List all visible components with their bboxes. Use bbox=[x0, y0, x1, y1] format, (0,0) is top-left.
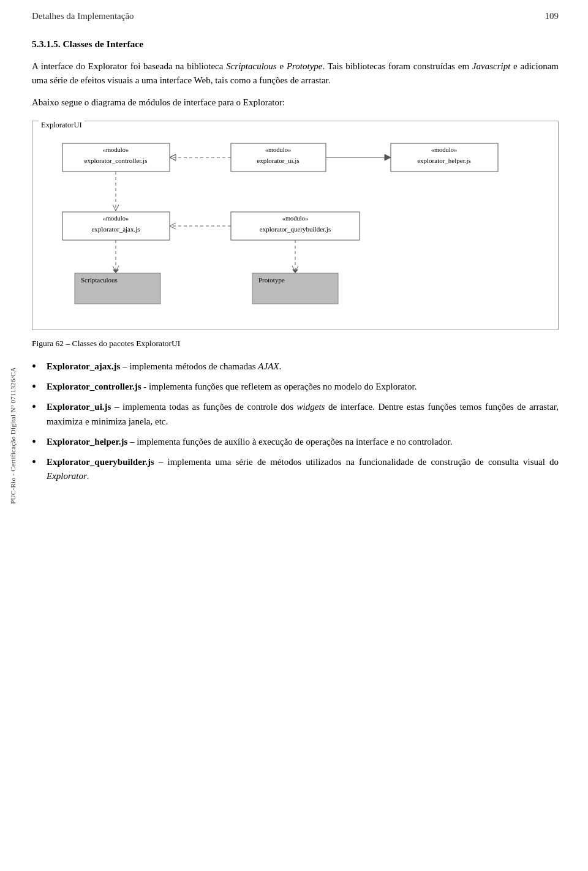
bullet-item-helper: • Explorator_helper.js – implementa funç… bbox=[32, 435, 559, 449]
widgets-ref: widgets bbox=[297, 402, 325, 412]
svg-text:«modulo»: «modulo» bbox=[431, 146, 458, 153]
explorator-ref: Explorator bbox=[47, 471, 87, 481]
page-wrapper: PUC-Rio - Certificação Digital Nº 071132… bbox=[0, 0, 588, 871]
svg-line-11 bbox=[170, 154, 176, 157]
bullet-text-4: Explorator_helper.js – implementa funçõe… bbox=[47, 435, 559, 449]
svg-text:explorator_ajax.js: explorator_ajax.js bbox=[91, 225, 140, 233]
uml-diagram-container: ExploratorUI «modulo» explorator_control… bbox=[32, 121, 559, 330]
svg-text:«modulo»: «modulo» bbox=[265, 146, 292, 153]
section-number: 5.3.1.5. bbox=[32, 39, 61, 49]
javascript-ref: Javascript bbox=[472, 61, 510, 71]
svg-line-25 bbox=[170, 223, 176, 226]
svg-text:Scriptaculous: Scriptaculous bbox=[81, 276, 118, 284]
svg-line-12 bbox=[170, 157, 176, 160]
svg-text:explorator_querybuilder.js: explorator_querybuilder.js bbox=[260, 225, 331, 233]
period-5: . bbox=[87, 471, 89, 481]
bullet-item-querybuilder: • Explorator_querybuilder.js – implement… bbox=[32, 455, 559, 484]
page-number: 109 bbox=[545, 11, 559, 21]
module-name-helper: Explorator_helper.js bbox=[47, 437, 127, 447]
bullet-item-controller: • Explorator_controller.js - implementa … bbox=[32, 380, 559, 394]
svg-text:«modulo»: «modulo» bbox=[103, 146, 129, 153]
bullet-list: • Explorator_ajax.js – implementa método… bbox=[32, 360, 559, 484]
svg-marker-14 bbox=[385, 154, 391, 160]
paragraph-1: A interface do Explorator foi baseada na… bbox=[32, 59, 559, 88]
svg-text:explorator_helper.js: explorator_helper.js bbox=[417, 157, 471, 164]
bullet-text-2: Explorator_controller.js - implementa fu… bbox=[47, 380, 559, 394]
bullet-dot-1: • bbox=[32, 360, 47, 373]
main-content: Detalhes da Implementação 109 5.3.1.5. C… bbox=[26, 0, 588, 871]
chapter-title: Detalhes da Implementação bbox=[32, 11, 134, 21]
module-desc-helper: – implementa funções de auxílio à execuç… bbox=[130, 437, 452, 447]
svg-line-16 bbox=[113, 205, 116, 211]
svg-text:«modulo»: «modulo» bbox=[282, 215, 309, 222]
section-heading: 5.3.1.5. Classes de Interface bbox=[32, 39, 559, 50]
section-title: Classes de Interface bbox=[62, 39, 143, 49]
prototype-ref: Prototype bbox=[287, 61, 323, 71]
figure-caption: Figura 62 – Classes do pacotes Explorato… bbox=[32, 339, 559, 349]
bullet-text-5: Explorator_querybuilder.js – implementa … bbox=[47, 455, 559, 484]
module-desc-controller: - implementa funções que refletem as ope… bbox=[143, 382, 417, 391]
svg-marker-38 bbox=[292, 270, 298, 273]
svg-text:explorator_ui.js: explorator_ui.js bbox=[257, 157, 299, 164]
module-desc-ajax: – implementa métodos de chamadas bbox=[123, 361, 258, 371]
svg-line-26 bbox=[170, 226, 176, 229]
paragraph-2: Abaixo segue o diagrama de módulos de in… bbox=[32, 96, 559, 110]
bullet-text-1: Explorator_ajax.js – implementa métodos … bbox=[47, 360, 559, 374]
module-name-querybuilder: Explorator_querybuilder.js bbox=[47, 457, 154, 467]
scriptaculous-ref: Scriptaculous bbox=[226, 61, 277, 71]
bullet-dot-4: • bbox=[32, 435, 47, 448]
svg-text:«modulo»: «modulo» bbox=[103, 215, 129, 222]
period-1: . bbox=[279, 361, 282, 371]
module-name-controller: Explorator_controller.js bbox=[47, 382, 141, 391]
sidebar: PUC-Rio - Certificação Digital Nº 071132… bbox=[0, 0, 26, 871]
bullet-text-3: Explorator_ui.js – implementa todas as f… bbox=[47, 400, 559, 429]
module-desc-ui-1: – implementa todas as funções de control… bbox=[115, 402, 297, 412]
bullet-dot-5: • bbox=[32, 455, 47, 469]
svg-text:explorator_controller.js: explorator_controller.js bbox=[85, 157, 148, 164]
bullet-item-ajax: • Explorator_ajax.js – implementa método… bbox=[32, 360, 559, 374]
bullet-item-ui: • Explorator_ui.js – implementa todas as… bbox=[32, 400, 559, 429]
module-name-ajax: Explorator_ajax.js bbox=[47, 361, 120, 371]
sidebar-certification-text: PUC-Rio - Certificação Digital Nº 071132… bbox=[9, 367, 17, 504]
ajax-ref: AJAX bbox=[258, 361, 279, 371]
uml-diagram-svg: «modulo» explorator_controller.js «modul… bbox=[39, 131, 552, 321]
header-bar: Detalhes da Implementação 109 bbox=[32, 0, 559, 21]
svg-text:Prototype: Prototype bbox=[258, 276, 285, 284]
module-desc-qb-1: – implementa uma série de métodos utiliz… bbox=[159, 457, 559, 467]
svg-marker-35 bbox=[113, 270, 119, 273]
svg-line-17 bbox=[116, 205, 119, 211]
bullet-dot-3: • bbox=[32, 400, 47, 413]
bullet-dot-2: • bbox=[32, 380, 47, 393]
module-name-ui: Explorator_ui.js bbox=[47, 402, 111, 412]
diagram-label: ExploratorUI bbox=[39, 121, 85, 130]
